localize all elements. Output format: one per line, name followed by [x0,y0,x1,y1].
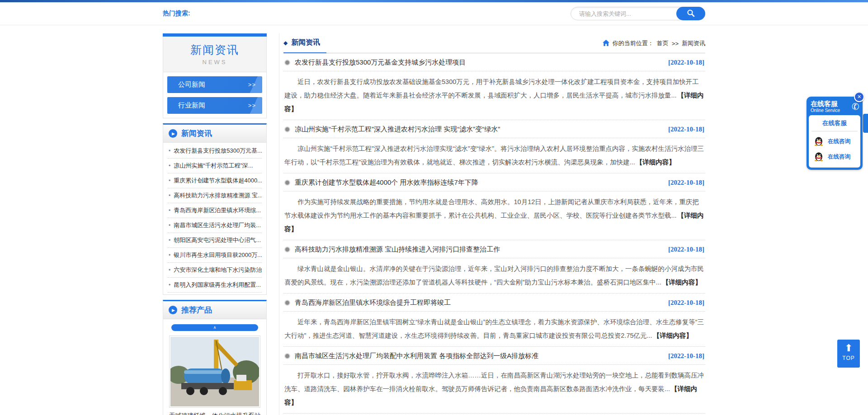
up-arrow-icon: ⬆ [837,343,860,354]
qq-consult-link[interactable]: 在线咨询 [828,153,850,161]
main-header: ◆ 新闻资讯 你的当前位置： 首页 >> 新闻资讯 [283,33,705,53]
sidebar-accent-bar [163,33,267,37]
qq-consult-row[interactable]: 在线咨询 [811,132,858,148]
service-title: 在线客服 [811,100,840,108]
phone-icon: ✆ [850,100,860,113]
list-item[interactable]: •六安市深化土壤和地下水污染防治 [168,263,262,278]
news-date: [2022-10-18] [668,299,704,307]
category-label: 公司新闻 [178,80,205,89]
list-item[interactable]: •凉山州实施“千村示范工程”深... [168,159,262,173]
news-title-link[interactable]: 青岛西海岸新区泊里镇水环境综合提升工程即将竣工 [295,298,451,307]
list-item[interactable]: •重庆累计创建节水型载体超4000... [168,173,262,188]
list-item[interactable]: •南昌市城区生活污水处理厂均装... [168,218,262,233]
bullet-icon: • [169,207,170,214]
news-bullet-icon [284,60,290,65]
news-title-link[interactable]: 重庆累计创建节水型载体超4000个 用水效率指标连续7年下降 [295,178,478,187]
news-bullet-icon [284,247,290,252]
product-name[interactable]: 无碱玻璃纤维一体化污水提升泵站 [169,408,260,415]
bullet-icon: • [169,148,170,154]
news-item: 南昌市城区生活污水处理厂均装配中水利用装置 各项指标全部达到一级A排放标准 [2… [283,347,705,414]
sidebar-products-section-title: 推荐产品 [181,305,212,315]
chevron-up-icon: ∧ [213,326,217,330]
breadcrumb-home-link[interactable]: 首页 [657,39,669,47]
list-item[interactable]: •朝阳区高安屯污泥处理中心沼气... [168,233,262,248]
top-button-label: TOP [842,355,854,361]
list-item[interactable]: •高科技助力污水排放精准溯源 宝... [168,188,262,203]
news-bullet-icon [284,300,290,306]
news-title-link[interactable]: 农发行新县支行投放5300万元基金支持城乡污水处理项目 [295,58,466,67]
search-button[interactable] [676,7,705,20]
service-panel-body: 在线客服 在线咨询 在线咨询 [809,115,860,168]
read-more-link[interactable]: 【详细内容】 [662,279,702,286]
news-summary: 近日，农发行新县支行成功投放农发基础设施基金5300万元，用于补充新县城乡污水处… [284,78,699,99]
search-icon [687,9,695,19]
breadcrumb-current[interactable]: 新闻资讯 [682,39,705,47]
double-arrow-icon: >> [248,81,256,88]
news-date: [2022-10-18] [668,246,704,253]
news-title-link[interactable]: 高科技助力污水排放精准溯源 宝山持续推进入河排污口排查整治工作 [295,245,500,254]
search-box [571,7,705,20]
carousel-up-button[interactable]: ∧ [171,324,258,331]
list-item[interactable]: •农发行新县支行投放5300万元基... [168,144,262,159]
sidebar-header: 新闻资讯 NEWS [163,37,267,72]
news-title-link[interactable]: 凉山州实施“千村示范工程”深入推进农村污水治理 实现“滤水”变“绿水” [295,125,500,134]
news-item: 重庆累计创建节水型载体超4000个 用水效率指标连续7年下降 [2022-10-… [283,173,705,240]
news-date: [2022-10-18] [668,59,704,66]
bullet-icon: • [169,192,170,199]
sidebar-news-list: •农发行新县支行投放5300万元基... •凉山州实施“千村示范工程”深... … [163,143,266,294]
product-image-pump-station[interactable] [169,336,260,408]
sidebar-news-section-title: 新闻资讯 [181,128,212,139]
bullet-icon: • [169,163,170,169]
bullet-icon: • [169,177,170,184]
read-more-link[interactable]: 【详细内容】 [653,332,693,339]
list-item[interactable]: •银川市再生水回用项目获2000万... [168,248,262,263]
news-title-link[interactable]: 南昌市城区生活污水处理厂均装配中水利用装置 各项指标全部达到一级A排放标准 [295,352,538,360]
page-title: ◆ 新闻资讯 [283,33,326,53]
news-item: 青岛西海岸新区泊里镇水环境综合提升工程即将竣工 [2022-10-18] 近年来… [283,294,705,347]
breadcrumb-prefix: 你的当前位置： [613,39,654,47]
sidebar-products-section: ▶ 推荐产品 ∧ [163,300,267,415]
news-summary: 近年来，青岛西海岸新区泊里镇牢固树立“绿水青山就是金山银山”的生态立镇理念，着力… [284,318,704,339]
play-circle-icon: ▶ [169,306,177,314]
service-side-tab[interactable] [863,114,868,133]
news-item: 农发行新县支行投放5300万元基金支持城乡污水处理项目 [2022-10-18]… [283,53,705,120]
news-bullet-icon [284,126,290,132]
sidebar-item-company-news[interactable]: 公司新闻 >> [167,76,262,93]
close-icon[interactable]: ✕ [854,92,864,102]
sidebar-category-box: 公司新闻 >> 行业新闻 >> [163,72,267,118]
hot-search-label: 热门搜索: [163,9,190,18]
diamond-icon: ◆ [283,40,288,46]
site-header: 热门搜索: [0,2,868,25]
list-item[interactable]: •青岛西海岸新区泊里镇水环境综... [168,203,262,218]
play-circle-icon: ▶ [169,129,177,138]
news-summary: 作为实施可持续发展战略的重要措施，节约用水就是合理用水、高效用水。10月12日，… [284,198,699,219]
breadcrumb-separator: >> [672,40,679,47]
home-icon [603,40,609,47]
sidebar-title: 新闻资讯 [163,42,266,57]
sidebar-item-industry-news[interactable]: 行业新闻 >> [167,97,262,114]
product-card: 无碱玻璃纤维一体化污水提升泵站 [169,336,260,415]
list-item[interactable]: •昆明入列国家级再生水利用配置... [168,278,262,293]
bullet-icon: • [169,237,170,243]
qq-consult-link[interactable]: 在线咨询 [828,138,850,145]
read-more-link[interactable]: 【详细内容】 [636,159,675,166]
category-label: 行业新闻 [178,101,205,110]
sidebar: 新闻资讯 NEWS 公司新闻 >> 行业新闻 >> ▶ 新闻资讯 •农发行新县支… [163,33,267,415]
bullet-icon: • [169,252,170,258]
qq-penguin-icon [814,136,823,148]
news-date: [2022-10-18] [668,126,704,133]
back-to-top-button[interactable]: ⬆ TOP [837,340,860,368]
news-bullet-icon [284,180,290,186]
bullet-icon: • [169,282,170,288]
service-subtitle: Online Service [811,108,840,113]
bullet-icon: • [169,222,170,228]
news-item: 高科技助力污水排放精准溯源 宝山持续推进入河排污口排查整治工作 [2022-10… [283,240,705,294]
news-date: [2022-10-18] [668,179,704,187]
qq-consult-row[interactable]: 在线咨询 [811,148,858,163]
news-item: 凉山州实施“千村示范工程”深入推进农村污水治理 实现“滤水”变“绿水” [202… [283,120,705,173]
sidebar-subtitle: NEWS [163,59,266,65]
bullet-icon: • [169,267,170,273]
news-summary: 打开取水口，接好取水管，拧开取水阀，水流哗哗注入水箱……近日，在南昌高新区青山湖… [284,372,704,392]
qq-penguin-icon [814,151,823,163]
sidebar-news-section: ▶ 新闻资讯 •农发行新县支行投放5300万元基... •凉山州实施“千村示范工… [163,123,267,295]
